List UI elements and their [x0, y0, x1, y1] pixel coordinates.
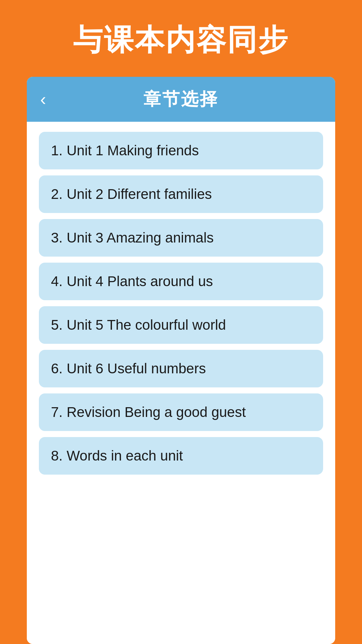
list-item-text: 4. Unit 4 Plants around us	[51, 273, 213, 289]
list-item-text: 6. Unit 6 Useful numbers	[51, 361, 206, 376]
list-item-text: 1. Unit 1 Making friends	[51, 143, 199, 158]
top-title: 与课本内容同步	[60, 0, 302, 77]
list-item[interactable]: 4. Unit 4 Plants around us	[39, 263, 323, 300]
list-item[interactable]: 1. Unit 1 Making friends	[39, 132, 323, 169]
list-item[interactable]: 3. Unit 3 Amazing animals	[39, 219, 323, 257]
main-card: ‹ 章节选择 1. Unit 1 Making friends2. Unit 2…	[27, 77, 335, 644]
card-header-title: 章节选择	[143, 88, 219, 111]
list-item-text: 5. Unit 5 The colourful world	[51, 317, 226, 333]
list-item[interactable]: 7. Revision Being a good guest	[39, 393, 323, 431]
list-item-text: 7. Revision Being a good guest	[51, 404, 246, 420]
list-item[interactable]: 5. Unit 5 The colourful world	[39, 306, 323, 344]
list-item[interactable]: 8. Words in each unit	[39, 437, 323, 475]
list-item[interactable]: 2. Unit 2 Different families	[39, 175, 323, 213]
list-item-text: 8. Words in each unit	[51, 448, 183, 464]
list-container: 1. Unit 1 Making friends2. Unit 2 Differ…	[27, 122, 335, 644]
card-header: ‹ 章节选择	[27, 77, 335, 122]
list-item-text: 3. Unit 3 Amazing animals	[51, 230, 214, 246]
list-item-text: 2. Unit 2 Different families	[51, 186, 212, 202]
list-item[interactable]: 6. Unit 6 Useful numbers	[39, 350, 323, 387]
back-button[interactable]: ‹	[40, 91, 46, 108]
